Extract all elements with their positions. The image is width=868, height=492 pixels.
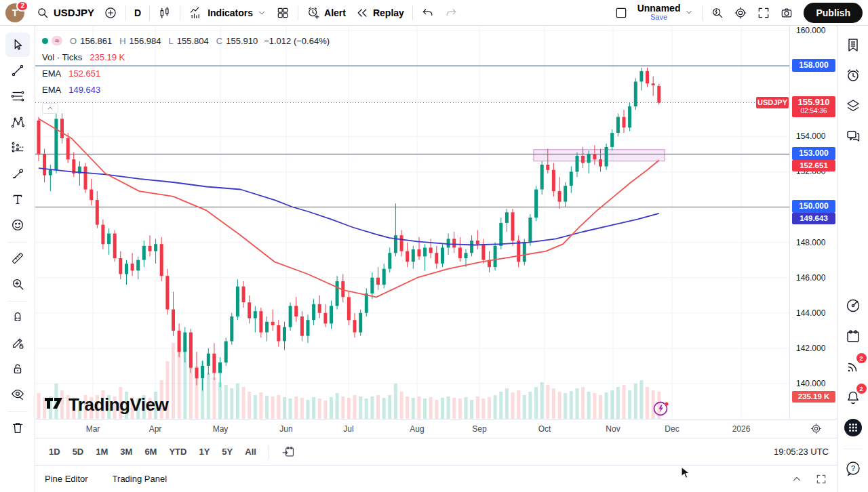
calendar-button[interactable] (841, 324, 865, 348)
replay-button[interactable]: Replay (351, 3, 409, 22)
alert-clock-plus-icon (307, 6, 320, 20)
volume-legend-row[interactable]: Vol · Ticks 235.19 K (42, 49, 330, 65)
ema-fast-legend-row[interactable]: EMA 152.651 (42, 65, 330, 81)
panel-expand-button[interactable] (791, 473, 803, 485)
alert-button[interactable]: Alert (302, 3, 351, 22)
range-6m-button[interactable]: 6M (139, 443, 162, 460)
time-axis-label: 2026 (732, 424, 751, 434)
volume-bar (323, 401, 327, 419)
range-5y-button[interactable]: 5Y (216, 443, 238, 460)
volume-bar (458, 398, 462, 419)
time-axis[interactable]: MarAprMayJunJulAugSepOctNovDec2026 (35, 419, 837, 438)
candle-body (254, 311, 257, 318)
ema-fast-badge: 152.651 (792, 160, 835, 171)
brush-tool-button[interactable] (5, 161, 30, 186)
trend-line-icon (10, 63, 25, 78)
magnet-mode-button[interactable] (5, 305, 30, 329)
range-5d-button[interactable]: 5D (67, 443, 90, 460)
screenshot-button[interactable] (775, 3, 798, 22)
range-ytd-button[interactable]: YTD (163, 443, 192, 460)
volume-bar (336, 393, 339, 419)
range-1y-button[interactable]: 1Y (193, 443, 215, 460)
help-button[interactable]: ? (841, 456, 865, 480)
volume-bar (447, 396, 450, 419)
hide-drawings-button[interactable] (5, 382, 30, 407)
high-value: 156.984 (130, 36, 161, 46)
toolbar-divider (702, 5, 703, 20)
apps-menu-button[interactable] (841, 415, 865, 440)
screener-button[interactable] (841, 293, 865, 318)
forecast-tool-button[interactable] (5, 136, 30, 160)
time-axis-label: Aug (410, 424, 424, 434)
candle-body (136, 260, 140, 271)
volume-bar (599, 395, 602, 419)
drawing-mode-button[interactable] (5, 331, 30, 355)
legend-collapse-button[interactable] (42, 103, 58, 114)
user-avatar[interactable]: T 2 (5, 3, 24, 22)
candle-body (90, 190, 93, 201)
volume-bar (330, 397, 333, 419)
emoji-tool-button[interactable] (5, 213, 30, 237)
tab-pine-editor[interactable]: Pine Editor (45, 474, 88, 484)
candle-body (218, 363, 222, 373)
volume-bar (581, 387, 585, 419)
lock-drawings-button[interactable] (5, 356, 30, 381)
candle-body (581, 156, 585, 163)
settings-button[interactable] (729, 3, 752, 22)
quick-search-button[interactable] (706, 3, 729, 22)
session-clock[interactable]: 19:05:23 UTC (774, 447, 829, 457)
pattern-xabcd-tool-button[interactable] (5, 110, 30, 134)
candle-body (499, 223, 502, 246)
zoom-in-tool-button[interactable] (5, 272, 30, 296)
tab-trading-panel[interactable]: Trading Panel (113, 474, 167, 484)
candle-body (652, 83, 655, 85)
text-tool-button[interactable] (5, 187, 30, 211)
open-label: O (70, 36, 77, 46)
range-3m-button[interactable]: 3M (115, 443, 138, 460)
streams-button[interactable]: 2 (841, 354, 865, 379)
event-marker[interactable] (652, 400, 670, 417)
volume-bar (576, 388, 579, 419)
layout-box-button[interactable] (610, 3, 633, 22)
publish-button[interactable]: Publish (804, 3, 863, 23)
volume-bar (564, 393, 567, 419)
layout-name-button[interactable]: Unnamed Save (633, 1, 699, 24)
redo-button[interactable] (439, 3, 462, 22)
undo-button[interactable] (416, 3, 439, 22)
symbol-search-button[interactable]: USDJPY (31, 3, 99, 22)
ema-slow-legend-row[interactable]: EMA 149.643 (42, 81, 330, 98)
fullscreen-button[interactable] (752, 3, 775, 22)
price-tick: 144.000 (796, 308, 825, 318)
undo-icon (421, 6, 435, 20)
level-153-badge: 153.000 (792, 147, 835, 160)
volume-bar (388, 395, 391, 419)
remove-drawings-button[interactable] (5, 415, 30, 440)
axis-settings-gear-icon[interactable] (810, 423, 822, 434)
chart-type-button[interactable] (153, 3, 176, 22)
range-1d-button[interactable]: 1D (43, 443, 66, 460)
fib-retracement-tool-button[interactable] (5, 84, 30, 108)
indicators-button[interactable]: Indicators (184, 3, 271, 22)
watchlist-button[interactable] (841, 33, 865, 57)
range-1m-button[interactable]: 1M (90, 443, 113, 460)
measure-tool-button[interactable] (5, 246, 30, 270)
goto-date-button[interactable] (276, 442, 300, 462)
symbol-legend-row[interactable]: ≈ O156.861 H156.984 L155.804 C155.910 −1… (42, 33, 330, 49)
candlestick-chart-icon (158, 6, 172, 20)
supply-zone-box[interactable] (534, 150, 665, 161)
chat-button[interactable] (841, 124, 865, 148)
range-all-button[interactable]: All (239, 443, 262, 460)
cursor-tool-button[interactable] (5, 33, 30, 57)
compare-add-button[interactable] (99, 3, 122, 22)
trend-line-tool-button[interactable] (5, 58, 30, 83)
interval-button[interactable]: D (130, 5, 146, 21)
close-value: 155.910 (226, 36, 258, 46)
layout-templates-button[interactable] (271, 3, 294, 22)
object-tree-button[interactable] (841, 94, 865, 118)
indicators-icon (189, 6, 203, 20)
volume-bar (476, 396, 479, 419)
alerts-panel-button[interactable] (841, 63, 865, 87)
panel-maximize-button[interactable] (815, 473, 827, 485)
notifications-button[interactable]: 2 (841, 385, 865, 409)
price-axis[interactable]: 160.000154.000152.000148.000146.000144.0… (789, 26, 837, 419)
